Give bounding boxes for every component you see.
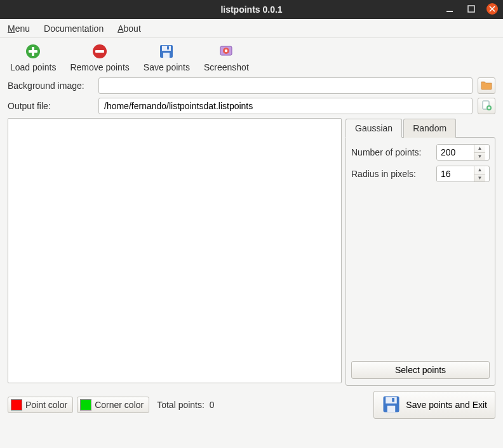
save-icon (158, 43, 175, 60)
side-panel: Gaussian Random Number of points: ▲ ▼ Ra… (345, 118, 495, 386)
browse-background-button[interactable] (478, 77, 495, 94)
save-and-exit-button[interactable]: Save points and Exit (373, 391, 495, 419)
add-icon (25, 43, 41, 60)
menu-about[interactable]: About (116, 22, 142, 36)
radius-label: Radius in pixels: (351, 169, 433, 179)
number-of-points-input[interactable] (437, 145, 474, 160)
radius-row: Radius in pixels: ▲ ▼ (351, 166, 490, 182)
canvas-area[interactable] (8, 118, 342, 383)
radius-spinner[interactable]: ▲ ▼ (436, 166, 490, 182)
content-area: Background image: Output file: Gaussian … (0, 77, 503, 426)
folder-icon (481, 80, 492, 92)
svg-rect-6 (95, 50, 104, 53)
number-of-points-row: Number of points: ▲ ▼ (351, 144, 490, 161)
screenshot-icon (218, 43, 234, 60)
select-points-button[interactable]: Select points (351, 361, 490, 379)
browse-output-button[interactable] (478, 98, 495, 114)
point-color-label: Point color (25, 400, 67, 410)
spinner-up-icon[interactable]: ▲ (474, 145, 485, 153)
output-file-input[interactable] (98, 98, 473, 114)
radius-input[interactable] (437, 166, 474, 181)
minimize-button[interactable] (443, 3, 456, 15)
total-points-label: Total points: (157, 400, 205, 410)
remove-points-button[interactable]: Remove points (67, 42, 131, 74)
menu-menu[interactable]: Menu (6, 22, 31, 36)
svg-rect-10 (167, 46, 169, 49)
svg-rect-1 (468, 6, 474, 12)
bottom-bar: Point color Corner color Total points: 0… (8, 391, 495, 419)
point-color-swatch (11, 399, 22, 411)
tab-bar: Gaussian Random (345, 118, 495, 137)
output-file-row: Output file: (8, 98, 495, 114)
background-image-row: Background image: (8, 77, 495, 94)
tab-panel-gaussian: Number of points: ▲ ▼ Radius in pixels: (345, 137, 495, 386)
tab-random[interactable]: Random (403, 119, 456, 138)
menu-bar: Menu Documentation About (0, 19, 503, 38)
remove-icon (91, 43, 108, 60)
spinner-down-icon[interactable]: ▼ (474, 153, 485, 161)
corner-color-label: Corner color (95, 400, 144, 410)
screenshot-button[interactable]: Screenshot (201, 42, 251, 74)
middle-area: Gaussian Random Number of points: ▲ ▼ Ra… (8, 118, 495, 386)
maximize-button[interactable] (465, 3, 478, 15)
svg-rect-8 (162, 46, 171, 51)
svg-rect-19 (392, 398, 395, 402)
save-points-label: Save points (144, 62, 190, 72)
remove-points-label: Remove points (70, 62, 129, 72)
close-button[interactable] (486, 3, 498, 15)
tab-gaussian[interactable]: Gaussian (345, 119, 402, 138)
spinner-arrows: ▲ ▼ (474, 145, 485, 160)
output-file-label: Output file: (8, 101, 93, 111)
spinner-up-icon[interactable]: ▲ (474, 166, 485, 175)
svg-rect-17 (386, 397, 398, 403)
document-new-icon (481, 100, 492, 113)
number-of-points-label: Number of points: (351, 147, 433, 157)
background-image-label: Background image: (8, 81, 93, 91)
point-color-button[interactable]: Point color (8, 397, 73, 413)
save-points-button[interactable]: Save points (141, 42, 192, 74)
svg-rect-9 (163, 53, 170, 58)
screenshot-label: Screenshot (204, 62, 249, 72)
load-points-button[interactable]: Load points (8, 42, 58, 74)
total-points-value: 0 (210, 400, 215, 410)
spinner-down-icon[interactable]: ▼ (474, 175, 485, 182)
background-image-input[interactable] (98, 77, 473, 94)
corner-color-button[interactable]: Corner color (77, 397, 149, 413)
spinner-arrows: ▲ ▼ (474, 166, 485, 181)
svg-rect-18 (387, 405, 396, 412)
save-and-exit-label: Save points and Exit (406, 400, 487, 410)
svg-rect-0 (446, 11, 453, 12)
svg-point-13 (225, 49, 227, 52)
number-of-points-spinner[interactable]: ▲ ▼ (436, 144, 490, 161)
window-controls (443, 3, 498, 15)
total-points-text: Total points: 0 (157, 400, 214, 410)
title-bar: listpoints 0.0.1 (0, 0, 503, 19)
save-icon (382, 395, 401, 416)
corner-color-swatch (80, 399, 91, 411)
toolbar: Load points Remove points Save points Sc… (0, 38, 503, 77)
load-points-label: Load points (10, 62, 56, 72)
svg-rect-4 (29, 50, 37, 53)
window-title: listpoints 0.0.1 (220, 4, 282, 15)
menu-documentation[interactable]: Documentation (43, 22, 105, 36)
